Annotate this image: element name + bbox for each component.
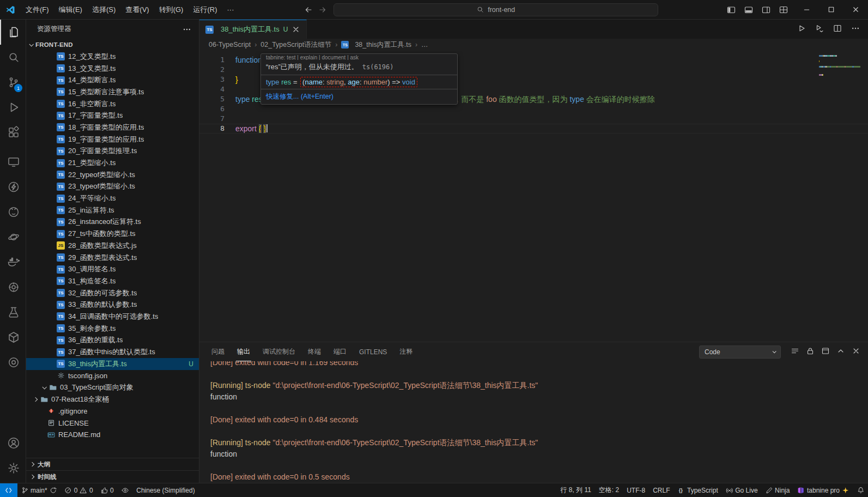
- close-tab-icon[interactable]: [292, 25, 300, 34]
- menu-item[interactable]: 编辑(E): [54, 3, 87, 16]
- tree-item[interactable]: 34_回调函数中的可选参数.ts: [26, 311, 199, 323]
- tree-item[interactable]: 16_非空断言.ts: [26, 98, 199, 110]
- tree-item[interactable]: .gitignore: [26, 405, 199, 417]
- status-git-branch[interactable]: main*: [17, 483, 61, 497]
- status-thumbs-counter[interactable]: 0: [97, 483, 118, 497]
- activity-item-extensions[interactable]: [0, 120, 26, 145]
- tree-item[interactable]: 24_平等缩小.ts: [26, 192, 199, 204]
- open-output-in-editor-button[interactable]: [791, 347, 799, 357]
- code-line[interactable]: 8export { }: [199, 124, 868, 134]
- output-console[interactable]: [Done] exited with code=0 in 1.169 secon…: [199, 361, 868, 483]
- toggle-primary-sidebar[interactable]: [724, 3, 739, 17]
- forward-icon[interactable]: [318, 5, 327, 14]
- tree-item[interactable]: 13_交叉类型.ts: [26, 63, 199, 75]
- activity-item-manage[interactable]: [0, 456, 26, 481]
- tree-item[interactable]: 37_函数中this的默认类型.ts: [26, 346, 199, 358]
- close-panel-button[interactable]: [852, 347, 860, 357]
- activity-item-thunder-client[interactable]: [0, 174, 26, 199]
- toggle-panel[interactable]: [741, 3, 756, 17]
- customize-layout[interactable]: [776, 3, 791, 17]
- status-problems[interactable]: 00: [60, 483, 96, 497]
- more-actions-button[interactable]: [851, 24, 860, 34]
- tree-item[interactable]: 26_instanceof运算符.ts: [26, 216, 199, 228]
- status-indentation[interactable]: 空格: 2: [595, 483, 623, 497]
- run-code-button[interactable]: [797, 24, 806, 34]
- code-line[interactable]: 7: [199, 114, 868, 124]
- tree-item[interactable]: README.md: [26, 429, 199, 441]
- maximize-panel-button[interactable]: [836, 347, 845, 357]
- tree-item[interactable]: 19_字面量类型的应用.ts: [26, 134, 199, 146]
- back-icon[interactable]: [304, 5, 313, 14]
- tabnine-lens-actions[interactable]: tabnine: test | explain | document | ask: [261, 54, 457, 60]
- activity-item-accounts[interactable]: [0, 431, 26, 456]
- close-button[interactable]: [843, 0, 868, 19]
- tree-item[interactable]: 07-React18全家桶: [26, 393, 199, 405]
- lock-scroll-button[interactable]: [806, 347, 815, 357]
- maximize-button[interactable]: [819, 0, 843, 19]
- menu-item[interactable]: 选择(S): [87, 3, 120, 16]
- open-in-new-window-button[interactable]: [821, 347, 830, 357]
- workspace-root-header[interactable]: FRONT-END: [26, 39, 199, 51]
- tree-item[interactable]: 36_函数的重载.ts: [26, 335, 199, 347]
- panel-tab[interactable]: 输出: [236, 342, 251, 361]
- panel-tab[interactable]: 问题: [210, 342, 226, 361]
- activity-item-remote-explorer[interactable]: [0, 149, 26, 174]
- activity-item-docker[interactable]: [0, 250, 26, 275]
- code-editor[interactable]: 1function foo(name: string, age: number)…: [199, 51, 868, 342]
- tree-item[interactable]: 17_字面量类型.ts: [26, 110, 199, 122]
- tree-item[interactable]: 18_字面量类型的应用.ts: [26, 122, 199, 134]
- minimap[interactable]: [819, 55, 860, 93]
- output-channel-select[interactable]: Code: [699, 346, 781, 359]
- status-notifications[interactable]: [853, 483, 868, 497]
- activity-item-testing[interactable]: [0, 300, 26, 325]
- panel-tab[interactable]: 注释: [398, 342, 414, 361]
- breadcrumb-item[interactable]: 02_TypeScript语法细节: [260, 40, 331, 50]
- tree-item[interactable]: 15_类型断言注意事项.ts: [26, 86, 199, 98]
- tree-item[interactable]: 38_this内置工具.tsU: [26, 358, 199, 370]
- tree-item[interactable]: 29_函数类型表达式.ts: [26, 252, 199, 264]
- split-editor-button[interactable]: [833, 24, 842, 34]
- menu-item[interactable]: 查看(V): [120, 3, 154, 16]
- status-language-mode[interactable]: {}TypeScript: [674, 483, 722, 497]
- panel-tab[interactable]: 调试控制台: [262, 342, 296, 361]
- activity-item-explorer[interactable]: [0, 20, 26, 45]
- status-keyboard-language[interactable]: Chinese (Simplified): [132, 483, 198, 497]
- status-toggle-file-blame[interactable]: [118, 483, 133, 497]
- menu-item[interactable]: 转到(G): [154, 3, 189, 16]
- activity-item-gitlens[interactable]: [0, 350, 26, 375]
- status-encoding[interactable]: UTF-8: [623, 483, 649, 497]
- tree-item[interactable]: 25_in运算符.ts: [26, 204, 199, 216]
- tree-item[interactable]: 27_ts中函数的类型.ts: [26, 228, 199, 240]
- activity-item-github[interactable]: [0, 199, 26, 225]
- activity-item-settings-sync[interactable]: [0, 275, 26, 300]
- tree-item[interactable]: 30_调用签名.ts: [26, 263, 199, 275]
- status-remote[interactable]: [0, 483, 17, 497]
- breadcrumb-item[interactable]: 06-TypeScript: [209, 41, 251, 49]
- tree-item[interactable]: 33_函数的默认参数.ts: [26, 299, 199, 311]
- tree-item[interactable]: 32_函数的可选参数.ts: [26, 287, 199, 299]
- code-line[interactable]: 6: [199, 104, 868, 114]
- tree-item[interactable]: 20_字面量类型推理.ts: [26, 146, 199, 157]
- editor-tab-active[interactable]: 38_this内置工具.ts U: [199, 20, 307, 39]
- minimize-button[interactable]: [794, 0, 819, 19]
- status-go-live[interactable]: Go Live: [722, 483, 762, 497]
- breadcrumb-item[interactable]: …: [421, 41, 428, 49]
- tree-item[interactable]: 35_剩余参数.ts: [26, 323, 199, 335]
- status-ninja[interactable]: Ninja: [762, 483, 794, 497]
- panel-tab[interactable]: 端口: [332, 342, 348, 361]
- menu-item[interactable]: 文件(F): [21, 3, 54, 16]
- status-eol[interactable]: CRLF: [649, 483, 673, 497]
- tree-item[interactable]: 21_类型缩小.ts: [26, 157, 199, 169]
- activity-item-source-control[interactable]: 1: [0, 70, 26, 95]
- toggle-secondary-sidebar[interactable]: [758, 3, 774, 17]
- sidebar-section[interactable]: 大纲: [26, 458, 199, 470]
- quick-fix-link[interactable]: 快速修复... (Alt+Enter): [261, 89, 457, 104]
- menu-item[interactable]: ···: [222, 3, 239, 16]
- command-center-search[interactable]: front-end: [333, 3, 658, 16]
- tree-item[interactable]: 28_函数类型表达式.js: [26, 240, 199, 252]
- breadcrumb-item[interactable]: 38_this内置工具.ts: [341, 40, 411, 50]
- status-cursor-position[interactable]: 行 8, 列 11: [556, 483, 594, 497]
- activity-item-run-debug[interactable]: [0, 95, 26, 120]
- tree-item[interactable]: 31_构造签名.ts: [26, 275, 199, 287]
- status-tabnine[interactable]: tabnine pro: [793, 483, 853, 497]
